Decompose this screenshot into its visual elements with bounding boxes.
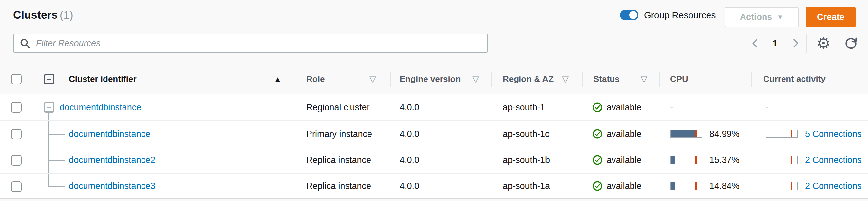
sort-desc-icon[interactable]: ▽ xyxy=(370,65,376,94)
cluster-count: (1) xyxy=(60,8,73,21)
engine-cell: 4.0.0 xyxy=(400,173,419,198)
activity-threshold-marker xyxy=(791,130,792,137)
table-header-row: Cluster identifier ▲ Role ▽ Engine versi… xyxy=(0,64,868,94)
refresh-icon[interactable] xyxy=(844,36,858,51)
cpu-cell: 84.99% xyxy=(670,121,740,147)
activity-threshold-marker xyxy=(791,157,792,164)
status-ok-icon xyxy=(592,155,603,165)
connections-link[interactable]: 2 Connections xyxy=(805,155,862,165)
sort-desc-icon[interactable]: ▽ xyxy=(641,65,647,94)
table-row-instance: documentdbinstance3 Replica instance 4.0… xyxy=(0,173,868,199)
cpu-percent: 15.37% xyxy=(710,155,740,165)
activity-cell: 5 Connections xyxy=(766,121,862,147)
prev-page-icon[interactable] xyxy=(749,37,761,49)
page-title: Clusters(1) xyxy=(13,8,73,21)
cpu-cell: 15.37% xyxy=(670,147,740,173)
column-header-status[interactable]: Status xyxy=(593,65,619,94)
actions-button-label: Actions xyxy=(740,12,772,22)
region-cell: ap-south-1 xyxy=(503,94,545,121)
sort-desc-icon[interactable]: ▽ xyxy=(562,65,569,94)
toggle-knob-icon xyxy=(629,11,637,19)
cluster-link[interactable]: documentdbinstance xyxy=(60,102,141,112)
column-header-role[interactable]: Role xyxy=(306,65,324,94)
role-cell: Regional cluster xyxy=(306,94,370,121)
filter-input[interactable] xyxy=(36,38,482,48)
cpu-cell: 14.84% xyxy=(670,173,740,198)
table-row-cluster: documentdbinstance Regional cluster 4.0.… xyxy=(0,94,868,121)
group-resources-label: Group Resources xyxy=(644,10,716,21)
table-row-instance: documentdbinstance Primary instance 4.0.… xyxy=(0,121,868,147)
status-cell: available xyxy=(592,121,642,147)
connections-link[interactable]: 2 Connections xyxy=(805,181,862,191)
engine-cell: 4.0.0 xyxy=(400,147,419,173)
tree-line xyxy=(49,186,65,187)
status-cell: available xyxy=(592,173,642,198)
create-button-label: Create xyxy=(817,12,844,22)
region-cell: ap-south-1c xyxy=(503,121,550,147)
cpu-meter xyxy=(670,130,702,138)
row-checkbox[interactable] xyxy=(11,155,22,166)
region-cell: ap-south-1b xyxy=(503,147,550,173)
column-header-region-az[interactable]: Region & AZ xyxy=(503,65,554,94)
status-cell: available xyxy=(592,147,642,173)
gear-icon[interactable]: ⚙ xyxy=(816,34,831,53)
sort-desc-icon[interactable]: ▽ xyxy=(472,65,479,94)
tree-line xyxy=(49,173,49,187)
toolbar-divider xyxy=(806,34,807,53)
engine-cell: 4.0.0 xyxy=(400,94,419,121)
activity-meter xyxy=(766,182,798,190)
role-cell: Replica instance xyxy=(306,173,371,198)
cpu-threshold-marker xyxy=(695,182,697,190)
cpu-threshold-marker xyxy=(695,130,697,137)
status-text: available xyxy=(607,129,642,139)
activity-cell: 2 Connections xyxy=(766,173,862,198)
activity-cell: 2 Connections xyxy=(766,147,862,173)
role-cell: Replica instance xyxy=(306,147,371,173)
filter-box xyxy=(13,34,488,53)
activity-meter xyxy=(766,130,798,138)
table-row-instance: documentdbinstance2 Replica instance 4.0… xyxy=(0,147,868,173)
cpu-meter xyxy=(670,182,702,190)
column-header-current-activity[interactable]: Current activity xyxy=(763,65,826,94)
instance-link[interactable]: documentdbinstance xyxy=(69,129,150,139)
instance-link[interactable]: documentdbinstance2 xyxy=(69,155,155,165)
next-page-icon[interactable] xyxy=(789,37,801,49)
status-ok-icon xyxy=(592,181,603,191)
column-header-cpu[interactable]: CPU xyxy=(670,65,688,94)
collapse-all-icon[interactable] xyxy=(44,74,54,85)
select-all-checkbox[interactable] xyxy=(11,74,22,85)
instance-link[interactable]: documentdbinstance3 xyxy=(69,181,155,191)
cpu-meter xyxy=(670,156,702,164)
row-checkbox[interactable] xyxy=(11,181,22,192)
column-header-cluster-identifier[interactable]: Cluster identifier xyxy=(69,65,136,94)
page-title-text: Clusters xyxy=(13,8,58,21)
engine-cell: 4.0.0 xyxy=(400,121,419,147)
search-icon xyxy=(20,38,31,49)
cpu-threshold-marker xyxy=(695,157,697,164)
sort-asc-icon[interactable]: ▲ xyxy=(274,65,282,94)
page-number[interactable]: 1 xyxy=(769,38,781,49)
collapse-row-icon[interactable] xyxy=(44,102,54,112)
chevron-down-icon: ▼ xyxy=(777,13,783,21)
status-text: available xyxy=(607,155,642,165)
status-text: available xyxy=(607,181,642,191)
role-cell: Primary instance xyxy=(306,121,372,147)
clusters-table: Cluster identifier ▲ Role ▽ Engine versi… xyxy=(0,64,868,199)
tree-line xyxy=(49,160,65,161)
row-checkbox[interactable] xyxy=(11,102,22,112)
status-ok-icon xyxy=(592,129,603,139)
cpu-percent: 14.84% xyxy=(710,181,740,191)
row-checkbox[interactable] xyxy=(11,129,22,139)
cpu-cell: - xyxy=(670,94,673,121)
status-cell: available xyxy=(592,94,642,121)
activity-cell: - xyxy=(766,94,769,121)
activity-meter xyxy=(766,156,798,164)
connections-link[interactable]: 5 Connections xyxy=(805,129,862,139)
tree-line xyxy=(49,134,65,135)
activity-threshold-marker xyxy=(791,182,792,190)
group-resources-toggle[interactable] xyxy=(620,10,639,20)
column-header-engine-version[interactable]: Engine version xyxy=(400,65,461,94)
create-button[interactable]: Create xyxy=(806,7,856,27)
clusters-page: Clusters(1) Group Resources Actions ▼ Cr… xyxy=(0,0,868,201)
actions-button[interactable]: Actions ▼ xyxy=(724,7,799,27)
